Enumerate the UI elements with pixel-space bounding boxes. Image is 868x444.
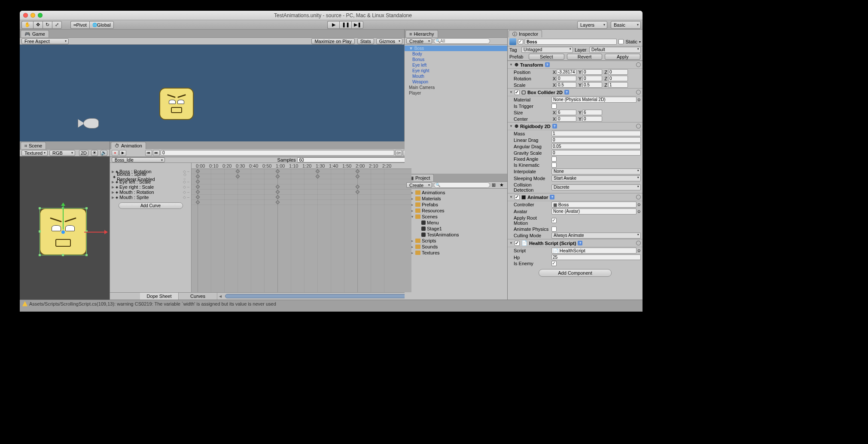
project-item[interactable]: ▶Textures	[405, 250, 507, 256]
curves-tab[interactable]: Curves	[179, 293, 217, 300]
timeline-scrollbar[interactable]: ◀	[217, 293, 411, 300]
anim-track[interactable]: ▶◈Mouth : Sprite◇ –	[110, 195, 191, 200]
layers-dropdown[interactable]: Layers	[577, 21, 607, 29]
hierarchy-item[interactable]: Player	[405, 90, 507, 96]
add-curve-button[interactable]: Add Curve	[119, 202, 183, 209]
layout-dropdown[interactable]: Basic	[611, 21, 641, 29]
controller-field[interactable]: ▦ Boss	[551, 202, 637, 208]
project-item[interactable]: ▶Materials	[405, 196, 507, 202]
animation-tab[interactable]: ⏱ Animation	[111, 142, 146, 149]
scene-viewport[interactable]	[20, 156, 110, 300]
anim-track[interactable]: ▶◈Mouth : Rotation◇ –	[110, 190, 191, 195]
hierarchy-list[interactable]: ▼ BossBodyBonusEye leftEye rightMouthWea…	[405, 45, 507, 174]
light-toggle[interactable]: ☀	[91, 150, 98, 156]
help-icon[interactable]: ?	[545, 62, 550, 67]
hierarchy-item[interactable]: Main Camera	[405, 85, 507, 90]
hierarchy-create[interactable]: Create	[406, 38, 432, 44]
project-list[interactable]: ▶Animations▶Materials▶Prefabs▶Resources▼…	[405, 189, 507, 300]
collision-dropdown[interactable]: Discrete	[551, 184, 641, 190]
culling-dropdown[interactable]: Always Animate	[551, 233, 641, 239]
script-field[interactable]: 📄 HealthScript	[551, 248, 637, 254]
rendermode-dropdown[interactable]: RGB	[49, 150, 75, 156]
pos-y[interactable]	[582, 69, 602, 75]
hand-tool[interactable]: ✋	[21, 21, 33, 29]
help-icon[interactable]: ?	[564, 90, 569, 95]
animator-header[interactable]: ▼▦ Animator?	[508, 193, 643, 201]
gear-icon[interactable]	[636, 62, 641, 67]
project-item[interactable]: ▶Resources	[405, 208, 507, 214]
project-item[interactable]: ▶Prefabs	[405, 202, 507, 208]
project-item[interactable]: Stage1	[405, 226, 507, 232]
boxcollider-header[interactable]: ▼▢ Box Collider 2D?	[508, 88, 643, 96]
prefab-apply[interactable]: Apply	[605, 54, 640, 60]
gear-icon[interactable]	[636, 124, 641, 129]
hierarchy-item[interactable]: Mouth	[405, 73, 507, 79]
istrigger-check[interactable]	[551, 104, 557, 109]
prefab-select[interactable]: Select	[529, 54, 564, 60]
prev-key-button[interactable]: ⏮	[145, 150, 152, 156]
rotate-tool[interactable]: ↻	[43, 21, 52, 29]
zoom-light[interactable]	[38, 13, 43, 18]
kinematic-check[interactable]	[551, 162, 557, 168]
help-icon[interactable]: ?	[578, 241, 582, 245]
project-item[interactable]: ▶Scripts	[405, 238, 507, 244]
angulardrag-field[interactable]	[551, 144, 641, 149]
clip-dropdown[interactable]: Boss_Idle	[112, 157, 165, 162]
lineardrag-field[interactable]	[551, 137, 641, 143]
game-tab[interactable]: 🎮 Game	[21, 30, 49, 37]
close-light[interactable]	[23, 13, 28, 18]
hp-field[interactable]	[551, 254, 641, 260]
project-filter-icon[interactable]: ★	[499, 182, 506, 188]
hierarchy-item[interactable]: Weapon	[405, 79, 507, 85]
help-icon[interactable]: ?	[550, 195, 554, 199]
scale-tool[interactable]: ⤢	[52, 21, 62, 29]
size-y[interactable]	[582, 110, 602, 115]
object-name-field[interactable]	[525, 39, 617, 45]
pos-x[interactable]	[557, 69, 576, 75]
transform-header[interactable]: ▼⊕ Transform?	[508, 61, 643, 69]
anim-play-button[interactable]: ▶	[119, 150, 126, 156]
project-item[interactable]: TestAnimations	[405, 232, 507, 238]
gear-icon[interactable]	[636, 241, 641, 245]
tag-dropdown[interactable]: Untagged	[521, 47, 573, 53]
rot-x[interactable]	[557, 76, 576, 81]
frame-field[interactable]	[161, 150, 394, 156]
minimize-light[interactable]	[30, 13, 35, 18]
play-button[interactable]: ▶	[327, 21, 339, 29]
pos-z[interactable]	[608, 69, 628, 75]
center-x[interactable]	[557, 116, 576, 122]
gravity-field[interactable]	[551, 150, 641, 156]
avatar-field[interactable]: None (Avatar)	[551, 208, 637, 214]
active-checkbox[interactable]	[518, 39, 523, 44]
record-button[interactable]: ●	[112, 150, 119, 156]
hierarchy-search[interactable]	[434, 38, 490, 44]
anim-track[interactable]: ▶◈Eye right : Scale◇ –	[110, 184, 191, 190]
project-create[interactable]: Create	[406, 182, 432, 188]
stats-toggle[interactable]: Stats	[357, 38, 374, 44]
pause-button[interactable]: ❚❚	[339, 21, 351, 29]
hierarchy-tab[interactable]: ≡ Hierarchy	[405, 30, 438, 37]
fixedangle-check[interactable]	[551, 156, 557, 162]
add-component-button[interactable]: Add Component	[539, 269, 612, 277]
rigidbody-header[interactable]: ▼⊕ Rigidbody 2D?	[508, 122, 643, 130]
gear-icon[interactable]	[636, 195, 641, 199]
gizmo-y-axis[interactable]	[63, 204, 64, 230]
dopesheet-tab[interactable]: Dope Sheet	[140, 293, 179, 300]
scl-y[interactable]	[582, 82, 602, 88]
next-key-button[interactable]: ⏭	[153, 150, 160, 156]
project-search[interactable]	[434, 182, 490, 188]
scl-z[interactable]	[608, 82, 628, 88]
applyroot-check[interactable]	[551, 218, 557, 223]
anim-track[interactable]: ◈Bonus : Sprite Renderer.Enabled◇ –	[110, 174, 191, 179]
rot-y[interactable]	[582, 76, 602, 81]
timeline-ruler[interactable]: 0:000:100:200:300:400:501:001:101:201:30…	[192, 163, 411, 169]
interpolate-dropdown[interactable]: None	[551, 168, 641, 175]
rot-z[interactable]	[608, 76, 628, 81]
aspect-dropdown[interactable]: Free Aspect	[21, 38, 69, 44]
project-item[interactable]: ▶Sounds	[405, 244, 507, 250]
inspector-tab[interactable]: ⓘ Inspector	[509, 30, 542, 37]
pivot-toggle[interactable]: ▪▪ Pivot	[70, 21, 89, 29]
gizmo-x-axis[interactable]	[84, 232, 107, 233]
project-item[interactable]: Menu	[405, 220, 507, 226]
hierarchy-item[interactable]: Body	[405, 51, 507, 57]
